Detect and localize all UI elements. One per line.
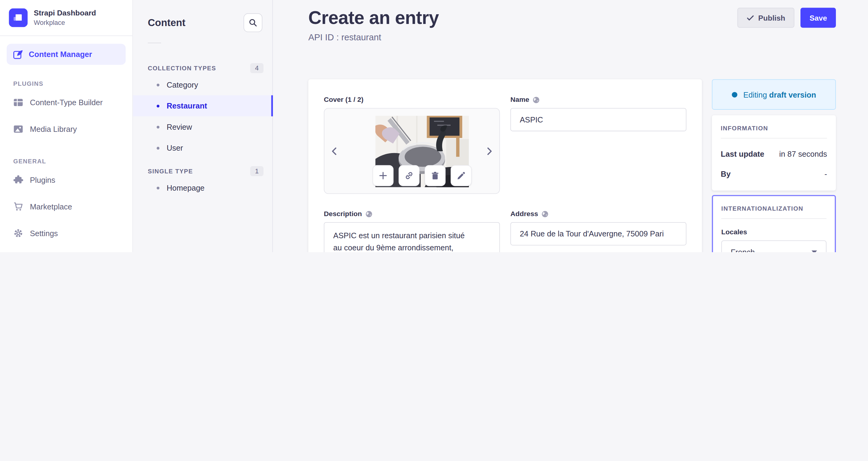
globe-icon [365, 210, 373, 218]
delete-asset-button[interactable] [425, 165, 445, 186]
collection-types-header: COLLECTION TYPES 4 [133, 63, 273, 73]
api-id: API ID : restaurant [308, 33, 381, 43]
sidebar-item-plugins[interactable]: Plugins [0, 167, 132, 193]
sidebar-item-label: Settings [30, 229, 58, 238]
layout-icon [13, 97, 23, 108]
sidebar-item-marketplace[interactable]: Marketplace [0, 193, 132, 220]
draft-status: Editing draft version [712, 79, 836, 110]
cover-label: Cover (1 / 2) [324, 96, 364, 104]
pencil-icon [457, 171, 465, 180]
address-field: Address 24 Rue de la Tour d'Auvergne, 75… [510, 210, 686, 246]
workspace-header[interactable]: Strapi Dashboard Workplace [0, 0, 132, 36]
divider [721, 218, 827, 219]
bullet-icon [157, 146, 159, 149]
description-textarea[interactable]: ASPIC est un restaurant parisien situé a… [324, 222, 500, 252]
content-sidebar: Content COLLECTION TYPES 4 Category Rest… [133, 0, 273, 252]
cart-icon [13, 202, 23, 211]
workspace-name: Workplace [34, 19, 96, 27]
right-panel: Editing draft version INFORMATION Last u… [712, 79, 836, 252]
subnav-title: Content [148, 17, 185, 28]
search-button[interactable] [244, 13, 262, 32]
page-title: Create an entry [308, 7, 439, 28]
subnav-item-homepage[interactable]: Homepage [133, 177, 273, 198]
save-button[interactable]: Save [801, 8, 836, 28]
name-input[interactable]: ASPIC [510, 108, 686, 131]
subnav-item-review[interactable]: Review [133, 116, 273, 137]
address-input[interactable]: 24 Rue de la Tour d'Auvergne, 75009 Pari [510, 222, 686, 246]
status-dot-icon [732, 92, 737, 97]
sidebar-item-media-library[interactable]: Media Library [0, 116, 132, 142]
sidebar-item-label: Content Manager [29, 50, 92, 59]
divider [148, 43, 161, 44]
carousel-next-button[interactable] [487, 147, 493, 155]
plus-icon [379, 171, 388, 180]
sidebar-item-settings[interactable]: Settings [0, 220, 132, 247]
address-label: Address [510, 210, 538, 218]
add-asset-button[interactable] [373, 165, 394, 186]
chevron-left-icon [331, 147, 337, 155]
bullet-icon [157, 125, 159, 128]
check-icon [747, 15, 754, 21]
name-field: Name ASPIC [510, 96, 686, 131]
subnav-item-restaurant[interactable]: Restaurant [133, 95, 273, 116]
strapi-dashboard: Strapi Dashboard Workplace Content Manag… [0, 0, 868, 252]
publish-button[interactable]: Publish [737, 8, 795, 28]
sidebar-item-label: Plugins [30, 175, 55, 184]
sidebar-item-label: Media Library [30, 124, 77, 133]
trash-icon [431, 171, 439, 180]
sidebar-section-plugins: PLUGINS [0, 80, 132, 87]
bullet-icon [157, 186, 159, 189]
main-sidebar: Strapi Dashboard Workplace Content Manag… [0, 0, 133, 252]
collection-types-count: 4 [250, 63, 264, 73]
subnav-item-user[interactable]: User [133, 137, 273, 158]
entry-form-card: Cover (1 / 2) [308, 79, 702, 252]
sidebar-item-content-type-builder[interactable]: Content-Type Builder [0, 89, 132, 116]
locales-select[interactable]: French [721, 240, 827, 252]
name-label: Name [510, 96, 529, 104]
puzzle-icon [13, 175, 23, 185]
description-label: Description [324, 210, 362, 218]
bullet-icon [157, 105, 159, 107]
copy-link-button[interactable] [399, 165, 420, 186]
gear-icon [13, 228, 23, 238]
caret-down-icon [812, 250, 817, 252]
media-image-icon [13, 124, 23, 134]
single-type-count: 1 [250, 166, 264, 176]
by-row: By - [721, 169, 827, 178]
locales-label: Locales [721, 228, 827, 236]
description-field: Description ASPIC est un restaurant pari… [324, 210, 500, 252]
internationalization-card: INTERNATIONALIZATION Locales French Fill… [712, 195, 836, 252]
sidebar-item-content-manager[interactable]: Content Manager [7, 44, 126, 64]
divider [721, 138, 827, 139]
search-icon [249, 18, 257, 27]
globe-icon [541, 210, 549, 218]
cover-carousel [324, 108, 500, 194]
sidebar-item-label: Marketplace [30, 202, 72, 211]
internationalization-header: INTERNATIONALIZATION [721, 205, 827, 211]
feather-pen-icon [13, 49, 23, 60]
strapi-logo-icon [9, 8, 28, 27]
bullet-icon [157, 83, 159, 86]
single-type-header: SINGLE TYPE 1 [133, 166, 273, 176]
cover-field: Cover (1 / 2) [324, 96, 500, 194]
carousel-prev-button[interactable] [331, 147, 337, 155]
subnav-item-category[interactable]: Category [133, 74, 273, 95]
globe-icon [532, 96, 540, 103]
link-icon [405, 171, 413, 180]
sidebar-item-label: Content-Type Builder [30, 98, 103, 107]
edit-asset-button[interactable] [451, 165, 471, 186]
information-card: INFORMATION Last update in 87 seconds By… [712, 115, 836, 191]
sidebar-section-general: GENERAL [0, 158, 132, 165]
last-update-row: Last update in 87 seconds [721, 150, 827, 159]
main-content: Create an entry API ID : restaurant Publ… [273, 0, 868, 252]
information-header: INFORMATION [721, 124, 827, 131]
chevron-right-icon [487, 147, 493, 155]
app-title: Strapi Dashboard [34, 9, 96, 18]
